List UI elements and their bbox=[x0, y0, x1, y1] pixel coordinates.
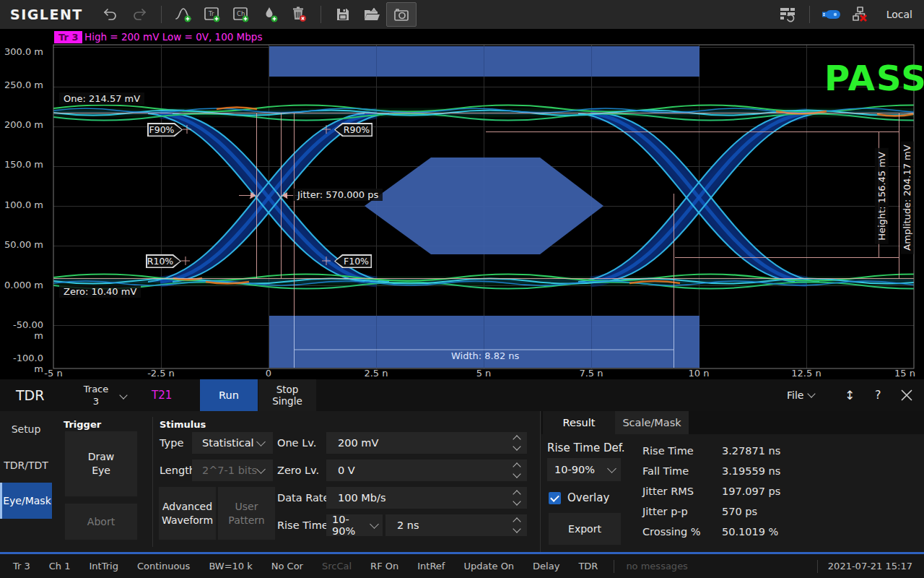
undo-icon[interactable] bbox=[96, 1, 125, 27]
result-value: 197.097 ps bbox=[722, 481, 780, 501]
status-update[interactable]: Update On bbox=[463, 561, 514, 571]
status-ref[interactable]: IntRef bbox=[417, 561, 445, 571]
x-tick: 12.5 n bbox=[785, 368, 828, 379]
result-name: Fall Time bbox=[642, 461, 689, 481]
result-value: 50.1019 % bbox=[722, 522, 778, 542]
sidebar-item-tdr-tdt[interactable]: TDR/TDT bbox=[0, 447, 52, 483]
status-sweep[interactable]: Continuous bbox=[137, 561, 190, 571]
add-channel-icon[interactable]: Ch bbox=[227, 1, 256, 27]
x-tick: 7.5 n bbox=[570, 368, 613, 379]
rise-time-def-dropdown-stimulus[interactable]: 10-90% bbox=[326, 514, 383, 536]
marker-f10[interactable]: F10% bbox=[334, 254, 372, 268]
status-channel[interactable]: Ch 1 bbox=[49, 561, 71, 571]
status-correction[interactable]: No Cor bbox=[271, 561, 303, 571]
data-rate-label: Data Rate bbox=[277, 487, 329, 509]
trace-badge[interactable]: Tr 3 bbox=[54, 31, 82, 43]
length-dropdown[interactable]: 2^7-1 bits bbox=[192, 460, 273, 481]
add-marker-icon[interactable] bbox=[256, 1, 284, 27]
x-tick: 15 n bbox=[878, 368, 915, 379]
result-value: 570 ps bbox=[722, 501, 757, 522]
overlay-checkbox[interactable] bbox=[549, 492, 561, 504]
advanced-waveform-button[interactable]: AdvancedWaveform bbox=[159, 487, 216, 540]
length-label: Length bbox=[160, 460, 196, 481]
x-tick: 5 n bbox=[462, 368, 505, 379]
zero-level-field-label: Zero Lv. bbox=[277, 460, 319, 481]
resize-panel-icon[interactable]: ↕ bbox=[845, 379, 855, 411]
svg-text:Tr: Tr bbox=[208, 10, 214, 17]
sidebar-item-setup[interactable]: Setup bbox=[0, 411, 52, 447]
x-tick: 2.5 n bbox=[354, 368, 398, 379]
siglent-logo: SIGLENT bbox=[10, 7, 83, 22]
status-srccal: SrcCal bbox=[322, 561, 352, 571]
marker-f90[interactable]: F90% bbox=[147, 123, 183, 137]
result-value: 3.19559 ns bbox=[722, 461, 780, 481]
save-icon[interactable] bbox=[328, 1, 357, 27]
trace-id-label[interactable]: T21 bbox=[152, 379, 172, 411]
eye-height-label: Height: 156.45 mV bbox=[875, 148, 889, 244]
y-tick: 50.00 m bbox=[3, 239, 43, 250]
screenshot-icon[interactable] bbox=[386, 2, 417, 27]
status-trigger[interactable]: IntTrig bbox=[90, 561, 118, 571]
stimulus-group-title: Stimulus bbox=[160, 419, 206, 430]
file-menu[interactable]: File bbox=[787, 379, 814, 411]
user-pattern-button[interactable]: UserPattern bbox=[218, 487, 275, 540]
rise-time-def-dropdown[interactable]: 10-90% bbox=[547, 458, 621, 481]
usb-icon[interactable] bbox=[817, 1, 846, 27]
status-bandwidth[interactable]: BW=10 k bbox=[209, 561, 252, 571]
close-icon[interactable] bbox=[901, 379, 912, 411]
one-level-input[interactable]: 200 mV bbox=[326, 432, 527, 454]
open-icon[interactable] bbox=[357, 1, 386, 27]
result-name: Crossing % bbox=[642, 522, 701, 542]
result-name: Rise Time bbox=[642, 441, 694, 461]
status-delay[interactable]: Delay bbox=[533, 561, 559, 571]
eye-diagram-plot bbox=[0, 0, 924, 379]
marker-r90[interactable]: R90% bbox=[334, 123, 372, 137]
y-tick: 300.0 m bbox=[3, 46, 43, 57]
lan-error-icon[interactable] bbox=[846, 1, 875, 27]
type-label: Type bbox=[160, 432, 183, 454]
type-dropdown[interactable]: Statistical bbox=[192, 432, 273, 454]
tab-result[interactable]: Result bbox=[543, 411, 615, 434]
y-tick: 100.0 m bbox=[3, 199, 43, 210]
trace-selector[interactable]: Trace3 bbox=[74, 383, 118, 407]
rise-time-label: Rise Time bbox=[277, 514, 328, 536]
panel-title: TDR bbox=[16, 379, 44, 411]
one-level-label: One: 214.57 mV bbox=[59, 92, 144, 105]
data-rate-input[interactable]: 100 Mb/s bbox=[326, 487, 527, 509]
status-rf[interactable]: RF On bbox=[370, 561, 398, 571]
session-manager-icon[interactable] bbox=[773, 1, 802, 27]
export-button[interactable]: Export bbox=[549, 513, 621, 545]
result-tabs: Result Scale/Mask bbox=[541, 411, 924, 434]
tdr-panel-header: TDR Trace3 T21 Run StopSingle File ↕ ? bbox=[0, 379, 924, 411]
add-trace-icon[interactable] bbox=[169, 1, 198, 27]
eye-width-label: Width: 8.82 ns bbox=[451, 350, 519, 361]
status-trace[interactable]: Tr 3 bbox=[13, 561, 30, 571]
y-tick: 0.000 m bbox=[3, 280, 43, 290]
tab-scale-mask[interactable]: Scale/Mask bbox=[615, 411, 689, 434]
x-tick: 10 n bbox=[677, 368, 720, 379]
run-button[interactable]: Run bbox=[200, 379, 258, 411]
x-tick: 0 bbox=[247, 368, 290, 379]
scope-screen: SIGLENT Tr Ch Local Tr 3 High = 200 mV L… bbox=[0, 0, 924, 578]
add-tr-measurement-icon[interactable]: Tr bbox=[198, 1, 227, 27]
zero-level-input[interactable]: 0 V bbox=[326, 460, 527, 481]
draw-eye-button[interactable]: DrawEye bbox=[65, 431, 137, 496]
result-name: Jitter p-p bbox=[642, 501, 688, 522]
status-datetime: 2021-07-21 15:17 bbox=[828, 561, 912, 571]
delete-icon[interactable] bbox=[284, 1, 313, 27]
trace-info-label: High = 200 mV Low = 0V, 100 Mbps bbox=[84, 31, 262, 43]
rise-time-def-label: Rise Time Def. bbox=[547, 439, 625, 457]
jitter-label: Jitter: 570.000 ps bbox=[293, 189, 383, 201]
local-mode-label: Local bbox=[886, 9, 912, 20]
help-icon[interactable]: ? bbox=[875, 379, 881, 411]
stop-single-button[interactable]: StopSingle bbox=[258, 379, 316, 411]
marker-r10[interactable]: R10% bbox=[146, 254, 181, 268]
rise-time-input[interactable]: 2 ns bbox=[385, 514, 527, 536]
top-toolbar: SIGLENT Tr Ch Local bbox=[0, 0, 924, 29]
redo-icon[interactable] bbox=[125, 1, 154, 27]
abort-button[interactable]: Abort bbox=[65, 504, 137, 540]
status-mode[interactable]: TDR bbox=[578, 561, 598, 571]
sidebar-item-eye-mask[interactable]: Eye/Mask bbox=[0, 483, 52, 519]
trigger-group-title: Trigger bbox=[64, 419, 101, 430]
mask-test-pass-label: PASS bbox=[824, 58, 924, 98]
